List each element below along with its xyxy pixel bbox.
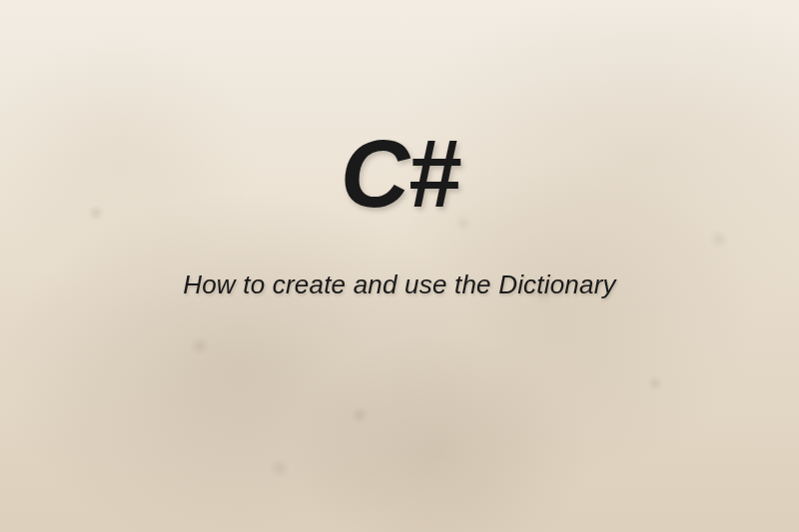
card-subtitle: How to create and use the Dictionary (183, 269, 616, 300)
card-title: C# (341, 126, 459, 222)
thumbnail-card: C# How to create and use the Dictionary (0, 0, 799, 532)
